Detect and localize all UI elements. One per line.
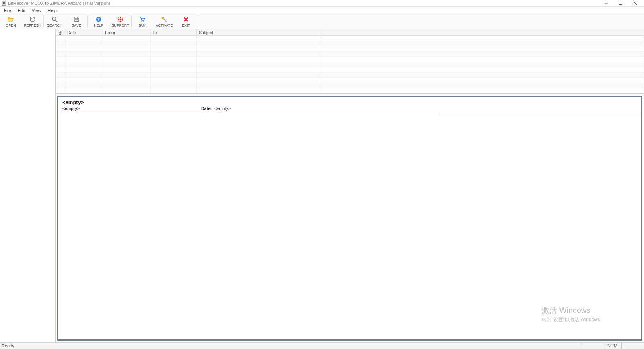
menubar: File Edit View Help <box>0 7 644 14</box>
help-button[interactable]: ? HELP <box>88 14 109 29</box>
right-pane: Date From To Subject <box>56 29 644 342</box>
column-attachment[interactable] <box>56 29 65 35</box>
open-label: OPEN <box>6 23 16 27</box>
svg-line-5 <box>56 20 57 22</box>
save-button[interactable]: SAVE <box>66 14 87 29</box>
search-icon <box>52 16 58 23</box>
grid-row <box>56 67 644 73</box>
buy-label: BUY <box>139 23 147 27</box>
toolbar: OPEN REFRESH SEARCH SAVE ? HELP SUPPORT <box>0 14 644 29</box>
grid-row <box>56 83 644 88</box>
svg-point-11 <box>120 18 122 20</box>
status-ready: Ready <box>2 343 14 348</box>
maximize-button[interactable] <box>613 0 628 7</box>
svg-rect-6 <box>75 17 77 19</box>
column-to[interactable]: To <box>151 29 197 35</box>
exit-icon <box>183 16 189 23</box>
preview-subject: <empty> <box>62 99 637 105</box>
grid-row <box>56 36 644 41</box>
watermark-line2: 转到"设置"以激活 Windows。 <box>542 316 605 323</box>
grid-header: Date From To Subject <box>56 29 644 36</box>
divider <box>439 113 638 113</box>
preview-date-label: Date: <box>201 106 212 111</box>
svg-rect-7 <box>75 20 78 21</box>
status-numlock: NUM <box>603 343 621 349</box>
window-controls <box>599 0 642 7</box>
support-icon <box>117 16 124 23</box>
exit-button[interactable]: EXIT <box>175 14 197 29</box>
column-subject[interactable]: Subject <box>197 29 322 35</box>
close-button[interactable] <box>628 0 642 7</box>
windows-activation-watermark: 激活 Windows 转到"设置"以激活 Windows。 <box>542 305 605 323</box>
preview-meta: <empty> Date: <empty> <box>62 106 637 111</box>
svg-text:?: ? <box>97 17 100 22</box>
grid-row <box>56 52 644 57</box>
message-grid[interactable]: Date From To Subject <box>56 29 644 94</box>
open-button[interactable]: OPEN <box>0 14 22 29</box>
support-button[interactable]: SUPPORT <box>109 14 131 29</box>
menu-help[interactable]: Help <box>44 8 60 13</box>
grid-row <box>56 88 644 93</box>
status-cell <box>582 343 603 349</box>
menu-edit[interactable]: Edit <box>14 8 29 13</box>
grid-row <box>56 73 644 78</box>
support-label: SUPPORT <box>111 23 129 27</box>
grid-row <box>56 78 644 83</box>
menu-file[interactable]: File <box>1 8 14 13</box>
column-rest[interactable] <box>322 29 644 35</box>
buy-button[interactable]: BUY <box>132 14 153 29</box>
statusbar: Ready NUM <box>0 342 644 349</box>
app-icon: B <box>2 1 6 6</box>
cart-icon <box>139 16 146 23</box>
window-title: BitRecover MBOX to ZIMBRA Wizard (Trial … <box>8 1 599 6</box>
minimize-button[interactable] <box>599 0 613 7</box>
menu-view[interactable]: View <box>29 8 45 13</box>
activate-label: ACTIVATE <box>156 23 173 27</box>
grid-body[interactable] <box>56 36 644 93</box>
save-icon <box>73 16 80 23</box>
svg-rect-1 <box>619 2 622 5</box>
svg-point-4 <box>52 17 56 20</box>
titlebar: B BitRecover MBOX to ZIMBRA Wizard (Tria… <box>0 0 644 7</box>
search-button[interactable]: SEARCH <box>44 14 66 29</box>
preview-date-value: <empty> <box>214 106 231 111</box>
exit-label: EXIT <box>182 23 190 27</box>
divider <box>62 112 221 112</box>
svg-point-13 <box>143 21 144 21</box>
grid-row <box>56 62 644 67</box>
folder-open-icon <box>8 16 14 23</box>
help-icon: ? <box>95 16 102 23</box>
grid-row <box>56 41 644 46</box>
column-from[interactable]: From <box>103 29 151 35</box>
toolbar-separator <box>197 15 197 28</box>
grid-row <box>56 46 644 52</box>
help-label: HELP <box>94 23 103 27</box>
refresh-label: REFRESH <box>24 23 41 27</box>
column-date[interactable]: Date <box>65 29 103 35</box>
status-cell <box>621 343 642 349</box>
folder-tree-pane[interactable] <box>0 29 56 342</box>
preview-wrap: <empty> <empty> Date: <empty> 激活 Windows… <box>56 94 644 342</box>
preview-from: <empty> <box>62 106 201 111</box>
activate-button[interactable]: ACTIVATE <box>153 14 175 29</box>
refresh-button[interactable]: REFRESH <box>22 14 43 29</box>
refresh-icon <box>29 16 36 23</box>
search-label: SEARCH <box>47 23 62 27</box>
main-area: Date From To Subject <box>0 29 644 342</box>
preview-pane[interactable]: <empty> <empty> Date: <empty> 激活 Windows… <box>57 96 642 341</box>
key-icon <box>161 16 167 23</box>
save-label: SAVE <box>72 23 81 27</box>
grid-row <box>56 57 644 62</box>
svg-point-12 <box>141 21 142 21</box>
watermark-line1: 激活 Windows <box>542 305 605 316</box>
